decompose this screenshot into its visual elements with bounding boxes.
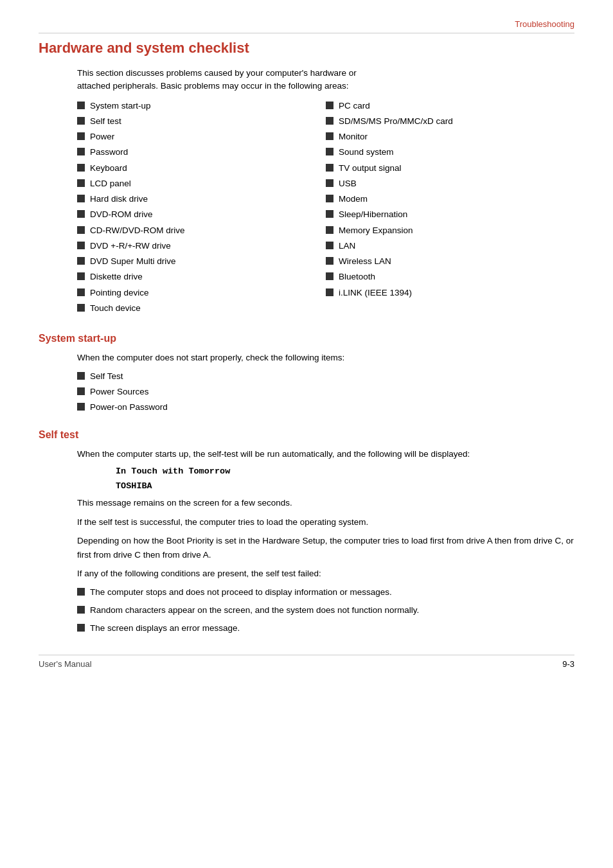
bullet-icon: [77, 288, 85, 296]
list-item: SD/MS/MS Pro/MMC/xD card: [326, 115, 574, 128]
list-item-text: The computer stops and does not proceed …: [90, 586, 392, 599]
intro-line2: attached peripherals. Basic problems may…: [77, 81, 348, 91]
list-item: The computer stops and does not proceed …: [77, 586, 574, 599]
list-item-text: PC card: [339, 100, 370, 112]
list-item-text: Power-on Password: [90, 401, 168, 414]
list-item-text: DVD-ROM drive: [90, 208, 153, 221]
list-item: DVD +-R/+-RW drive: [77, 240, 326, 252]
list-item-text: Pointing device: [90, 287, 149, 299]
bullet-icon: [326, 179, 333, 187]
bullet-icon: [326, 195, 333, 202]
list-item-text: Hard disk drive: [90, 193, 148, 206]
checklist-left-col: System start-upSelf testPowerPasswordKey…: [77, 100, 326, 318]
bullet-icon: [77, 624, 85, 632]
bullet-icon: [77, 588, 85, 596]
self-test-body4: Depending on how the Boot Priority is se…: [77, 534, 574, 562]
list-item: Diskette drive: [77, 270, 326, 283]
list-item: TV output signal: [326, 162, 574, 175]
list-item-text: Sound system: [339, 146, 394, 159]
list-item: Random characters appear on the screen, …: [77, 604, 574, 617]
bullet-icon: [77, 272, 85, 280]
list-item: Password: [77, 146, 326, 159]
list-item-text: Monitor: [339, 130, 368, 143]
self-test-items-list: The computer stops and does not proceed …: [77, 586, 574, 635]
list-item-text: DVD Super Multi drive: [90, 255, 176, 268]
list-item-text: Password: [90, 146, 128, 159]
breadcrumb: Troubleshooting: [39, 19, 574, 33]
page-container: Troubleshooting Hardware and system chec…: [0, 0, 613, 695]
list-item-text: CD-RW/DVD-ROM drive: [90, 224, 185, 237]
checklist-right-list: PC cardSD/MS/MS Pro/MMC/xD cardMonitorSo…: [326, 100, 574, 299]
checklist-container: System start-upSelf testPowerPasswordKey…: [77, 100, 574, 318]
list-item-text: Keyboard: [90, 162, 127, 175]
list-item: Self Test: [77, 370, 574, 383]
bullet-icon: [77, 304, 85, 312]
list-item: Keyboard: [77, 162, 326, 175]
checklist-left-list: System start-upSelf testPowerPasswordKey…: [77, 100, 326, 315]
list-item-text: Random characters appear on the screen, …: [90, 604, 419, 617]
list-item: Monitor: [326, 130, 574, 143]
bullet-icon: [77, 210, 85, 218]
list-item-text: DVD +-R/+-RW drive: [90, 240, 171, 252]
bullet-icon: [77, 102, 85, 109]
bullet-icon: [77, 257, 85, 265]
list-item-text: TV output signal: [339, 162, 402, 175]
bullet-icon: [326, 210, 333, 218]
list-item: Power: [77, 130, 326, 143]
list-item: Memory Expansion: [326, 224, 574, 237]
list-item-text: Self test: [90, 115, 121, 128]
system-startup-title: System start-up: [39, 333, 574, 344]
list-item-text: Sleep/Hibernation: [339, 208, 407, 221]
monospace-line1: In Touch with Tomorrow: [116, 466, 574, 476]
bullet-icon: [77, 372, 85, 380]
bullet-icon: [326, 288, 333, 296]
list-item-text: LCD panel: [90, 177, 131, 190]
bullet-icon: [326, 164, 333, 172]
list-item: Modem: [326, 193, 574, 206]
bullet-icon: [326, 257, 333, 265]
list-item: System start-up: [77, 100, 326, 112]
list-item-text: Self Test: [90, 370, 123, 383]
list-item-text: LAN: [339, 240, 355, 252]
self-test-body2: This message remains on the screen for a…: [77, 496, 574, 510]
self-test-title: Self test: [39, 429, 574, 441]
list-item: Hard disk drive: [77, 193, 326, 206]
list-item: The screen displays an error message.: [77, 622, 574, 635]
bullet-icon: [77, 226, 85, 234]
list-item-text: SD/MS/MS Pro/MMC/xD card: [339, 115, 453, 128]
list-item-text: Diskette drive: [90, 270, 143, 283]
list-item-text: i.LINK (IEEE 1394): [339, 287, 412, 299]
list-item: USB: [326, 177, 574, 190]
bullet-icon: [77, 387, 85, 395]
page-title: Hardware and system checklist: [39, 40, 574, 57]
monospace-line2: TOSHIBA: [116, 481, 574, 491]
list-item-text: Wireless LAN: [339, 255, 391, 268]
list-item-text: System start-up: [90, 100, 151, 112]
bullet-icon: [326, 226, 333, 234]
bullet-icon: [77, 117, 85, 125]
list-item: DVD-ROM drive: [77, 208, 326, 221]
bullet-icon: [77, 242, 85, 249]
bullet-icon: [326, 272, 333, 280]
bullet-icon: [77, 148, 85, 155]
list-item-text: The screen displays an error message.: [90, 622, 240, 635]
bullet-icon: [326, 148, 333, 155]
bullet-icon: [326, 132, 333, 140]
list-item: LCD panel: [77, 177, 326, 190]
list-item: Sleep/Hibernation: [326, 208, 574, 221]
list-item: Sound system: [326, 146, 574, 159]
list-item: PC card: [326, 100, 574, 112]
list-item: Bluetooth: [326, 270, 574, 283]
footer-left: User's Manual: [39, 659, 92, 669]
bullet-icon: [77, 164, 85, 172]
bullet-icon: [77, 403, 85, 411]
bullet-icon: [77, 606, 85, 614]
list-item: Pointing device: [77, 287, 326, 299]
self-test-body5: If any of the following conditions are p…: [77, 567, 574, 581]
footer-page-num: 9-3: [562, 659, 574, 669]
list-item: LAN: [326, 240, 574, 252]
list-item-text: Power Sources: [90, 385, 149, 398]
self-test-body1: When the computer starts up, the self-te…: [77, 447, 574, 461]
startup-items-list: Self TestPower SourcesPower-on Password: [77, 370, 574, 414]
list-item: Power Sources: [77, 385, 574, 398]
